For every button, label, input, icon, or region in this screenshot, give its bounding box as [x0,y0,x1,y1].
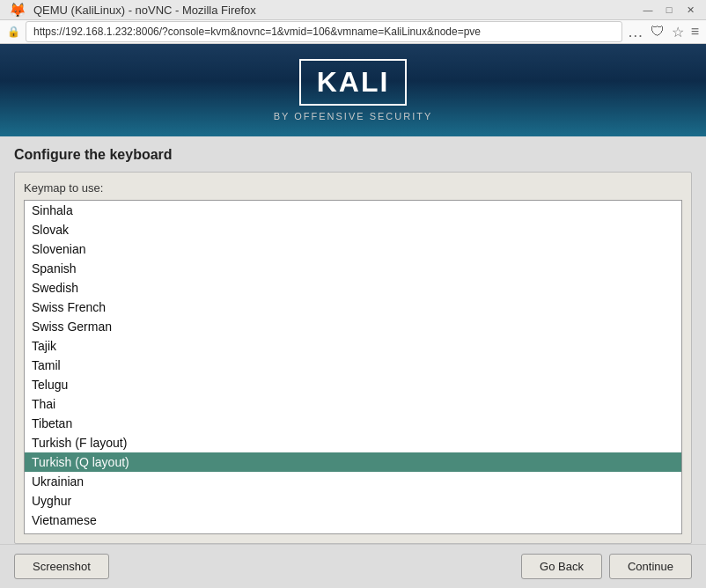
list-item[interactable]: Turkish (Q layout) [25,452,681,472]
close-button[interactable]: ✕ [683,3,697,17]
list-item[interactable]: Vietnamese [25,511,681,530]
security-indicator: 🔒 [7,26,20,38]
keymap-label: Keymap to use: [24,181,682,195]
maximize-button[interactable]: □ [662,3,676,17]
page-title: Configure the keyboard [14,147,692,163]
more-button[interactable]: … [628,23,643,41]
kali-logo-text: KALI [317,66,390,98]
bookmark-button[interactable]: ☆ [672,24,684,40]
window-controls: — □ ✕ [641,3,697,17]
screenshot-button[interactable]: Screenshot [14,554,109,579]
firefox-icon: 🦊 [9,2,26,18]
browser-addressbar: 🔒 … 🛡 ☆ ≡ [0,20,706,43]
kali-logo: KALI BY OFFENSIVE SECURITY [274,59,433,121]
list-item[interactable]: Swiss German [25,317,681,336]
bottom-bar: Screenshot Go Back Continue [0,544,706,588]
nav-buttons: Go Back Continue [521,554,692,579]
keyboard-panel: Keymap to use: SinhalaSlovakSlovenianSpa… [14,172,692,544]
list-item[interactable]: Turkish (F layout) [25,433,681,452]
shield-button[interactable]: 🛡 [651,24,665,40]
list-item[interactable]: Slovenian [25,239,681,259]
kali-header: KALI BY OFFENSIVE SECURITY [0,44,706,136]
go-back-button[interactable]: Go Back [521,554,602,579]
list-item[interactable]: Tamil [25,356,681,375]
list-item[interactable]: Ukrainian [25,472,681,491]
list-item[interactable]: Spanish [25,259,681,278]
kali-subtitle: BY OFFENSIVE SECURITY [274,111,433,121]
list-item[interactable]: Tibetan [25,414,681,433]
minimize-button[interactable]: — [641,3,655,17]
lock-icon: 🔒 [7,26,20,38]
listbox-container: SinhalaSlovakSlovenianSpanishSwedishSwis… [24,200,682,534]
content-area: Configure the keyboard Keymap to use: Si… [0,136,706,544]
list-item[interactable]: Swedish [25,278,681,298]
list-item[interactable]: Swiss French [25,298,681,317]
list-item[interactable]: Uyghur [25,491,681,511]
list-item[interactable]: Telugu [25,375,681,394]
address-actions: … 🛡 ☆ ≡ [628,23,699,41]
continue-button[interactable]: Continue [609,554,692,579]
list-item[interactable]: Thai [25,394,681,414]
list-item[interactable]: Slovak [25,220,681,239]
kali-logo-box: KALI [299,59,408,106]
page-wrapper: 🦊 QEMU (KaliLinux) - noVNC - Mozilla Fir… [0,0,706,588]
address-input[interactable] [26,21,622,42]
keymap-listbox[interactable]: SinhalaSlovakSlovenianSpanishSwedishSwis… [24,200,682,534]
list-item[interactable]: Sinhala [25,201,681,220]
list-item[interactable]: Tajik [25,336,681,356]
menu-button[interactable]: ≡ [691,24,699,40]
browser-title: QEMU (KaliLinux) - noVNC - Mozilla Firef… [33,4,634,17]
browser-titlebar: 🦊 QEMU (KaliLinux) - noVNC - Mozilla Fir… [0,0,706,20]
